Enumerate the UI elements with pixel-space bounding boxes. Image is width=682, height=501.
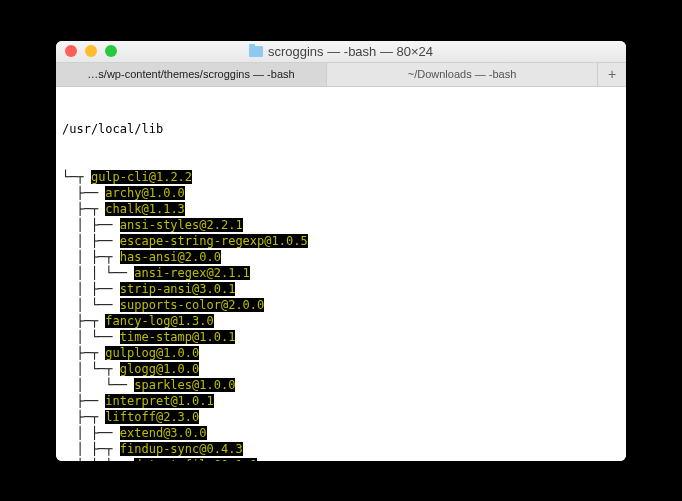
tree-prefix: ├─┬ [62,202,105,216]
tree-prefix: │ ├── [62,282,120,296]
tree-line: └─┬ gulp-cli@1.2.2 [62,169,620,185]
window-title: scroggins — -bash — 80×24 [56,44,626,59]
tree-line: │ ├─┬ has-ansi@2.0.0 [62,249,620,265]
tab-bar: …s/wp-content/themes/scroggins — -bash ~… [56,63,626,87]
tree-line: │ └─┬ glogg@1.0.0 [62,361,620,377]
package-name: ansi-styles@2.2.1 [120,218,243,232]
package-name: findup-sync@0.4.3 [120,442,243,456]
folder-icon [249,46,263,57]
terminal-content[interactable]: /usr/local/lib └─┬ gulp-cli@1.2.2 ├── ar… [56,87,626,461]
tree-prefix: │ └── [62,298,120,312]
tree-line: │ ├── extend@3.0.0 [62,425,620,441]
terminal-window: scroggins — -bash — 80×24 …s/wp-content/… [56,41,626,461]
tree-line: │ └── sparkles@1.0.0 [62,377,620,393]
package-name: escape-string-regexp@1.0.5 [120,234,308,248]
package-name: ansi-regex@2.1.1 [134,266,250,280]
tree-line: │ ├── escape-string-regexp@1.0.5 [62,233,620,249]
tree-prefix: ├─┬ [62,314,105,328]
tree-line: │ ├── strip-ansi@3.0.1 [62,281,620,297]
package-name: has-ansi@2.0.0 [120,250,221,264]
traffic-lights [56,45,117,57]
minimize-icon[interactable] [85,45,97,57]
tree-prefix: │ │ └── [62,266,134,280]
window-title-text: scroggins — -bash — 80×24 [268,44,433,59]
package-name: time-stamp@1.0.1 [120,330,236,344]
tree-prefix: │ ├─┬ [62,442,120,456]
tab-downloads[interactable]: ~/Downloads — -bash [327,63,598,86]
tree-prefix: │ │ ├── [62,458,134,461]
package-name: sparkles@1.0.0 [134,378,235,392]
package-name: archy@1.0.0 [105,186,184,200]
dependency-tree: └─┬ gulp-cli@1.2.2 ├── archy@1.0.0 ├─┬ c… [62,169,620,461]
tree-prefix: │ └─┬ [62,362,120,376]
tree-prefix: │ ├─┬ [62,250,120,264]
package-name: fancy-log@1.3.0 [105,314,213,328]
close-icon[interactable] [65,45,77,57]
tree-prefix: ├── [62,186,105,200]
add-tab-button[interactable]: + [598,63,626,86]
tree-prefix: │ ├── [62,218,120,232]
package-name: strip-ansi@3.0.1 [120,282,236,296]
tab-label: ~/Downloads — -bash [408,68,517,80]
tree-line: ├─┬ liftoff@2.3.0 [62,409,620,425]
package-name: extend@3.0.0 [120,426,207,440]
tree-prefix: ├─┬ [62,346,105,360]
root-path: /usr/local/lib [62,121,620,137]
package-name: interpret@1.0.1 [105,394,213,408]
package-name: liftoff@2.3.0 [105,410,199,424]
tree-prefix: └─┬ [62,170,91,184]
tree-line: ├── interpret@1.0.1 [62,393,620,409]
titlebar[interactable]: scroggins — -bash — 80×24 [56,41,626,63]
tree-line: │ └── supports-color@2.0.0 [62,297,620,313]
tab-scroggins[interactable]: …s/wp-content/themes/scroggins — -bash [56,63,327,86]
tree-prefix: │ └── [62,378,134,392]
package-name: supports-color@2.0.0 [120,298,265,312]
tree-line: ├─┬ gulplog@1.0.0 [62,345,620,361]
tree-prefix: │ ├── [62,426,120,440]
tree-prefix: │ └── [62,330,120,344]
tree-line: │ ├── ansi-styles@2.2.1 [62,217,620,233]
package-name: gulp-cli@1.2.2 [91,170,192,184]
tree-prefix: ├── [62,394,105,408]
package-name: gulplog@1.0.0 [105,346,199,360]
tree-line: │ │ ├── detect-file@0.1.0 [62,457,620,461]
tree-line: ├── archy@1.0.0 [62,185,620,201]
tree-line: ├─┬ chalk@1.1.3 [62,201,620,217]
package-name: detect-file@0.1.0 [134,458,257,461]
package-name: glogg@1.0.0 [120,362,199,376]
tree-prefix: │ ├── [62,234,120,248]
tab-label: …s/wp-content/themes/scroggins — -bash [87,68,294,80]
tree-line: │ ├─┬ findup-sync@0.4.3 [62,441,620,457]
zoom-icon[interactable] [105,45,117,57]
tree-line: │ └── time-stamp@1.0.1 [62,329,620,345]
tree-prefix: ├─┬ [62,410,105,424]
package-name: chalk@1.1.3 [105,202,184,216]
tree-line: │ │ └── ansi-regex@2.1.1 [62,265,620,281]
tree-line: ├─┬ fancy-log@1.3.0 [62,313,620,329]
